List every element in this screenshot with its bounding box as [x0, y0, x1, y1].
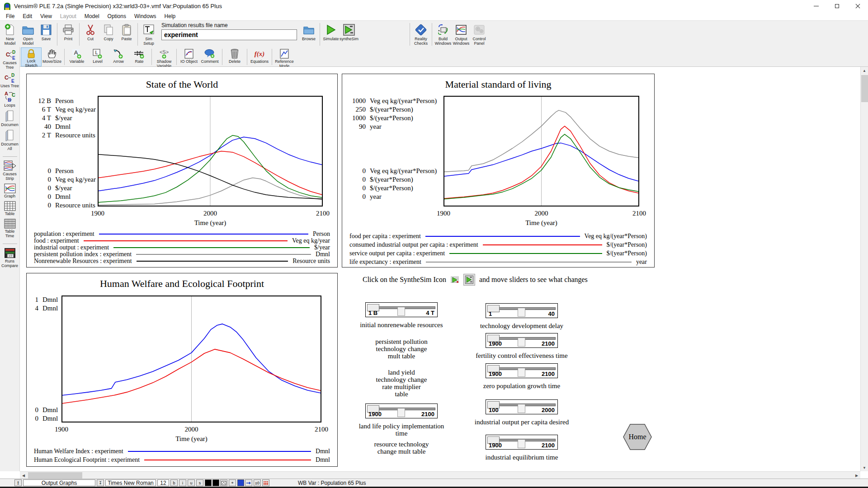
printer-icon — [62, 23, 75, 37]
sidebar-item-runs-compare[interactable]: =? Runs Compare — [0, 247, 19, 268]
copy-button[interactable]: Copy — [99, 22, 118, 41]
output-windows-button[interactable]: Output Windows — [452, 22, 470, 46]
home-button[interactable]: Home — [623, 424, 652, 450]
sim-setup-button[interactable]: Sim Setup — [140, 22, 158, 46]
plot-area[interactable] — [61, 296, 321, 422]
slider-fertility-control-effectiveness-time[interactable]: 1900 2100 — [486, 333, 558, 348]
synthesim-label: syntheSim — [340, 37, 359, 41]
font-size-field[interactable]: 12 — [157, 479, 169, 486]
paste-button[interactable]: Paste — [118, 22, 136, 41]
position-button[interactable]: ⌖ — [229, 479, 236, 486]
font-down-button[interactable]: ↧ — [97, 479, 104, 486]
scroll-down-arrow[interactable]: ▼ — [861, 464, 868, 471]
chart-canvas — [444, 97, 638, 206]
underline-button[interactable]: u — [188, 479, 195, 486]
sidebar-item-table-time[interactable]: Table Time — [0, 218, 19, 238]
sidebar-item-document-all[interactable]: Documen All — [0, 129, 19, 151]
grid-button[interactable] — [262, 479, 269, 486]
browse-button[interactable]: Browse — [300, 22, 318, 41]
sidebar-item-causes-tree[interactable]: CDE Causes Tree — [0, 49, 19, 70]
results-file-input[interactable] — [161, 29, 297, 40]
print-button[interactable]: Print — [59, 22, 77, 41]
slider-industrial-equilibrium-time[interactable]: 1900 2100 — [486, 435, 558, 450]
synthesim-toolbar-icon[interactable] — [463, 274, 475, 286]
menu-edit[interactable]: Edit — [19, 13, 36, 20]
strikethrough-button[interactable]: s — [196, 479, 203, 486]
slider-value-box[interactable] — [518, 404, 525, 413]
scroll-up-arrow[interactable]: ▲ — [861, 67, 868, 74]
slider-value-box[interactable] — [397, 307, 405, 316]
maximize-button[interactable] — [826, 0, 847, 12]
variable-button[interactable]: A Variable — [66, 47, 87, 66]
slider-value-box[interactable] — [518, 439, 525, 448]
io-object-button[interactable]: IO Object — [179, 47, 199, 66]
menu-windows[interactable]: Windows — [130, 13, 160, 20]
cut-button[interactable]: Cut — [81, 22, 99, 41]
shadow-variable-button[interactable]: <S> Shadow Variable — [154, 47, 175, 66]
legend-row: service output per capita : experiment$/… — [349, 249, 647, 258]
build-windows-button[interactable]: Build Windows — [434, 22, 452, 46]
sidebar-item-loops[interactable]: ABC Loops — [4, 90, 16, 108]
menu-model[interactable]: Model — [80, 13, 104, 20]
slider-zero-population-growth-time[interactable]: 1900 2100 — [486, 363, 558, 378]
rate-button[interactable]: Rate — [129, 47, 150, 66]
move-size-button[interactable]: Move/Size — [42, 47, 62, 66]
close-button[interactable] — [847, 0, 868, 12]
menu-file[interactable]: File — [2, 13, 19, 20]
synthesim-hint: Click on the SyntheSim Icon and move sli… — [363, 274, 588, 286]
shape-style-button[interactable] — [220, 479, 227, 486]
arrow-button[interactable]: Arrow — [108, 47, 129, 66]
comment-button[interactable]: Comment — [199, 47, 220, 66]
menu-help[interactable]: Help — [160, 13, 180, 20]
control-panel-button[interactable]: Control Panel — [470, 22, 488, 46]
sidebar-item-causes-strip[interactable]: Causes Strip — [0, 160, 19, 181]
reality-checks-button[interactable]: Reality Checks — [412, 22, 430, 46]
slider-initial-nonrenewable-resources[interactable]: 1 B 4 T — [365, 302, 438, 317]
delete-button[interactable]: Delete — [224, 47, 245, 66]
arrow-style-button[interactable] — [245, 479, 252, 486]
open-model-button[interactable]: Open Model — [19, 22, 37, 46]
horizontal-scroll-thumb[interactable] — [28, 472, 82, 479]
equations-button[interactable]: f(x) Equations — [249, 47, 270, 66]
slider-land-life-policy-implementation-time[interactable]: 1900 2100 — [365, 404, 438, 418]
close-icon — [855, 4, 860, 9]
font-name-field[interactable]: Times New Roman — [105, 479, 156, 486]
fill-color-swatch[interactable] — [237, 479, 244, 486]
shape-color-swatch[interactable] — [212, 479, 219, 486]
scroll-right-arrow[interactable]: ▶ — [853, 472, 860, 479]
simulate-button[interactable]: Simulate — [322, 22, 340, 41]
minimize-button[interactable] — [806, 0, 826, 12]
slider-technology-development-delay[interactable]: 1 40 — [486, 303, 558, 318]
reference-mode-button[interactable]: Reference Mode — [274, 47, 295, 66]
scroll-left-arrow[interactable]: ◀ — [20, 472, 27, 479]
menu-options[interactable]: Options — [104, 13, 130, 20]
slider-value-box[interactable] — [518, 338, 525, 347]
output-graphs-field[interactable]: Output Graphs — [23, 479, 95, 486]
slider-value-box[interactable] — [518, 308, 525, 317]
plot-area[interactable] — [443, 96, 639, 206]
bold-button[interactable]: b — [170, 479, 178, 486]
home-label: Home — [623, 433, 652, 441]
sidebar-item-table[interactable]: Table — [4, 201, 16, 216]
text-color-swatch[interactable] — [205, 479, 212, 486]
vertical-scrollbar[interactable]: ▲ ▼ — [860, 67, 868, 471]
slider-industrial-output-per-capita-desired[interactable]: 100 2000 — [486, 399, 558, 414]
sidebar-item-graph[interactable]: Graph — [4, 183, 16, 198]
plot-area[interactable] — [98, 96, 323, 206]
graph-up-button[interactable]: ↥ — [14, 479, 22, 486]
save-button[interactable]: Save — [37, 22, 55, 41]
menu-view[interactable]: View — [36, 13, 56, 20]
horizontal-scrollbar[interactable]: ◀ ▶ — [20, 471, 860, 479]
italic-button[interactable]: i — [179, 479, 186, 486]
vertical-scroll-thumb[interactable] — [861, 75, 868, 102]
sidebar-item-uses-tree[interactable]: CDE Uses Tree — [0, 72, 19, 88]
level-button[interactable]: L Level — [87, 47, 108, 66]
slider-value-box[interactable] — [518, 368, 525, 377]
slider-value-box[interactable] — [397, 408, 405, 417]
new-model-button[interactable]: New Model — [1, 22, 19, 46]
numeric-format-button[interactable]: ±0 — [254, 479, 261, 486]
lock-sketch-button[interactable]: Lock Sketch — [21, 47, 42, 66]
x-axis-ticks: 190020002100 — [443, 210, 639, 217]
sidebar-item-document[interactable]: Documen — [1, 110, 19, 127]
synthesim-button[interactable]: syntheSim — [340, 22, 358, 41]
